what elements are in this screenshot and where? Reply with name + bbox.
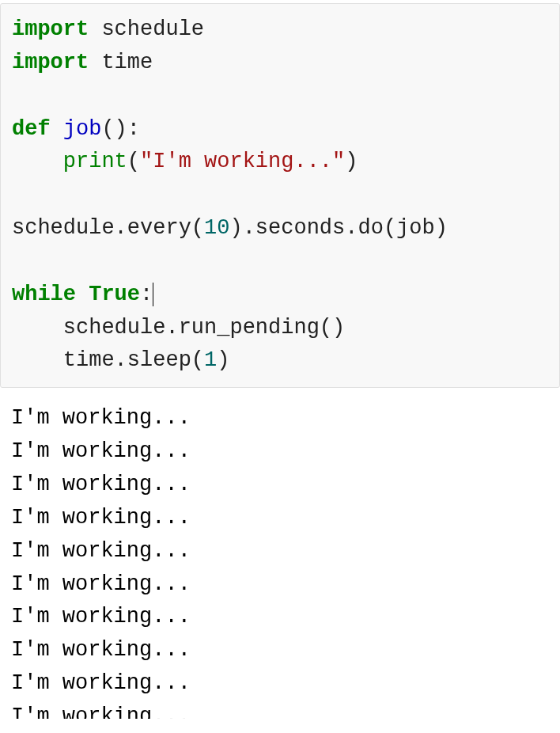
code-text: schedule.every( — [12, 216, 204, 240]
boolean-true: True — [89, 283, 140, 306]
function-name: job — [51, 117, 102, 141]
keyword-import: import — [12, 17, 89, 41]
module-name: time — [89, 51, 153, 74]
code-text: time.sleep( — [63, 348, 204, 372]
space — [76, 283, 89, 306]
keyword-import: import — [12, 51, 89, 74]
number-literal: 10 — [204, 216, 229, 240]
punct: ( — [127, 150, 140, 173]
output-cell: I'm working... I'm working... I'm workin… — [0, 397, 560, 719]
keyword-def: def — [12, 117, 51, 141]
module-name: schedule — [89, 17, 204, 41]
builtin-print: print — [63, 150, 127, 173]
code-text: ).seconds.do(job) — [229, 216, 447, 240]
source-code: import schedule import time def job(): p… — [12, 13, 548, 378]
punct: : — [140, 283, 153, 306]
indent — [12, 150, 63, 173]
code-text: ) — [217, 348, 229, 372]
stdout: I'm working... I'm working... I'm workin… — [11, 402, 549, 719]
code-text: schedule.run_pending() — [63, 316, 345, 340]
indent — [12, 316, 63, 340]
string-literal: "I'm working..." — [140, 150, 345, 173]
keyword-while: while — [12, 283, 76, 306]
punct: ) — [345, 150, 358, 173]
text-cursor-icon — [153, 283, 153, 306]
indent — [12, 348, 63, 372]
punct: (): — [101, 117, 140, 141]
number-literal: 1 — [204, 348, 217, 372]
code-cell[interactable]: import schedule import time def job(): p… — [0, 3, 560, 388]
